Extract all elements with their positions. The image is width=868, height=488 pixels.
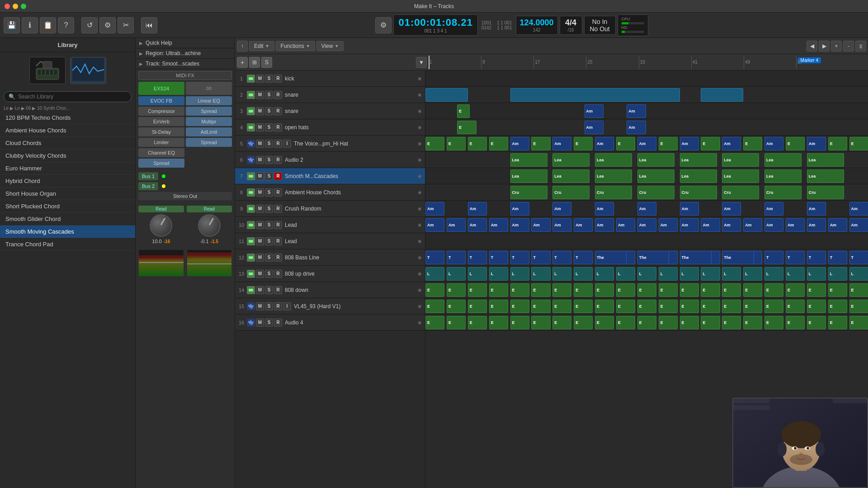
region-block[interactable]: E: [595, 316, 614, 329]
time-display[interactable]: 01:00:01:08.21 001 1 3 4 1: [393, 14, 477, 36]
mute-button[interactable]: M: [256, 123, 264, 131]
region-block[interactable]: Cru: [807, 186, 844, 199]
region-block[interactable]: Am: [680, 202, 699, 216]
region-block[interactable]: Am: [552, 202, 571, 216]
region-block[interactable]: Lea: [807, 169, 844, 183]
region-block[interactable]: E: [659, 316, 678, 329]
region-block[interactable]: T: [531, 251, 550, 264]
mute-button[interactable]: M: [256, 302, 264, 310]
region-block[interactable]: Am: [468, 202, 487, 216]
region-block[interactable]: E: [574, 300, 593, 313]
record-button[interactable]: R: [274, 156, 282, 164]
record-button[interactable]: R: [274, 302, 282, 310]
region-block[interactable]: E: [849, 137, 868, 150]
lineareq-plugin[interactable]: Linear EQ: [186, 96, 232, 105]
region-block[interactable]: Am: [425, 202, 444, 216]
library-icon[interactable]: 💾: [4, 17, 20, 33]
record-button[interactable]: R: [274, 221, 282, 229]
record-button[interactable]: R: [274, 123, 282, 131]
region-block[interactable]: L: [659, 267, 678, 281]
region-block[interactable]: E: [637, 283, 656, 297]
region-block[interactable]: E: [828, 283, 847, 297]
region-block[interactable]: E: [828, 316, 847, 329]
solo-button[interactable]: S: [265, 140, 273, 148]
library-item[interactable]: Trance Chord Pad: [0, 238, 135, 251]
channeleq-plugin[interactable]: Channel EQ: [138, 148, 184, 157]
region-block[interactable]: E: [552, 283, 571, 297]
mute-button[interactable]: M: [256, 140, 264, 148]
region-block[interactable]: Am: [531, 218, 550, 232]
region-block[interactable]: Am: [807, 137, 826, 150]
spread-plugin-3[interactable]: Spread: [138, 159, 184, 168]
compressor-plugin[interactable]: Compressor: [138, 107, 184, 116]
solo-button[interactable]: S: [265, 253, 273, 262]
region-block[interactable]: E: [552, 300, 571, 313]
region-block[interactable]: Am: [764, 137, 783, 150]
region-block[interactable]: E: [722, 300, 741, 313]
region-block[interactable]: L: [468, 267, 487, 281]
quick-help-row[interactable]: ▶ Quick Help: [136, 38, 235, 48]
region-block[interactable]: E: [457, 121, 476, 134]
region-block[interactable]: L: [637, 267, 656, 281]
region-block[interactable]: Am: [680, 137, 699, 150]
region-block[interactable]: Cru: [595, 186, 632, 199]
region-block[interactable]: Cru: [510, 186, 547, 199]
region-block[interactable]: Am: [616, 218, 635, 232]
minimize-button[interactable]: [13, 4, 18, 9]
track-header-row[interactable]: 8MSRAmbient House Chords◉: [235, 184, 425, 201]
region-block[interactable]: Am: [468, 218, 487, 232]
settings-icon[interactable]: ⚙: [375, 17, 392, 33]
track-header-row[interactable]: 4MSRopen hats◉: [235, 119, 425, 136]
mute-button[interactable]: M: [256, 253, 264, 262]
solo-button[interactable]: S: [265, 270, 273, 278]
library-item[interactable]: Clubby Velocity Chords: [0, 150, 135, 162]
record-button[interactable]: R: [274, 319, 282, 327]
region-block[interactable]: E: [616, 316, 635, 329]
region-block[interactable]: E: [574, 316, 593, 329]
region-block[interactable]: Am: [849, 202, 868, 216]
spread-plugin-2[interactable]: Spread: [186, 138, 232, 147]
region-block[interactable]: T: [510, 251, 529, 264]
region-block[interactable]: E: [743, 137, 762, 150]
mute-button[interactable]: M: [256, 237, 264, 245]
right-arrow-btn[interactable]: ▶: [819, 41, 830, 52]
multipr-plugin[interactable]: Multipr: [186, 117, 232, 126]
region-block[interactable]: Am: [680, 218, 699, 232]
region-block[interactable]: Lea: [510, 153, 547, 167]
track-header-row[interactable]: 9MSRCrush Random◉: [235, 201, 425, 217]
region-block[interactable]: L: [786, 267, 805, 281]
library-item[interactable]: Cloud Chords: [0, 137, 135, 150]
region-block[interactable]: E: [425, 137, 444, 150]
region-block[interactable]: E: [701, 316, 720, 329]
track-header-row[interactable]: 16MSRAudio 4◉: [235, 314, 425, 331]
solo-button[interactable]: S: [265, 123, 273, 131]
region-block[interactable]: L: [743, 267, 762, 281]
region-block[interactable]: Lea: [552, 169, 590, 183]
view-button[interactable]: View ▼: [316, 41, 344, 51]
scissors-icon[interactable]: ✂: [118, 17, 134, 33]
region-block[interactable]: E: [468, 300, 487, 313]
mute-button[interactable]: M: [256, 188, 264, 197]
region-block[interactable]: Lea: [680, 169, 717, 183]
enverb-plugin[interactable]: EnVerb: [138, 117, 184, 126]
region-block[interactable]: E: [489, 316, 508, 329]
region-block[interactable]: Am: [585, 104, 604, 118]
solo-button[interactable]: S: [265, 286, 273, 294]
s-button[interactable]: S: [261, 57, 272, 68]
region-block[interactable]: The: [637, 251, 669, 264]
region-block[interactable]: The: [680, 251, 712, 264]
region-block[interactable]: T: [807, 251, 826, 264]
volume-knob-2[interactable]: [198, 214, 221, 237]
region-block[interactable]: L: [425, 267, 444, 281]
solo-button[interactable]: S: [265, 91, 273, 99]
region-block[interactable]: L: [489, 267, 508, 281]
region-block[interactable]: Am: [722, 218, 741, 232]
cycle-icon[interactable]: ↺: [81, 17, 98, 33]
mute-button[interactable]: M: [256, 75, 264, 83]
region-block[interactable]: E: [637, 300, 656, 313]
region-block[interactable]: Am: [764, 218, 783, 232]
input-button[interactable]: I: [283, 140, 291, 148]
record-button[interactable]: R: [274, 140, 282, 148]
region-block[interactable]: Am: [701, 218, 720, 232]
region-block[interactable]: E: [680, 283, 699, 297]
